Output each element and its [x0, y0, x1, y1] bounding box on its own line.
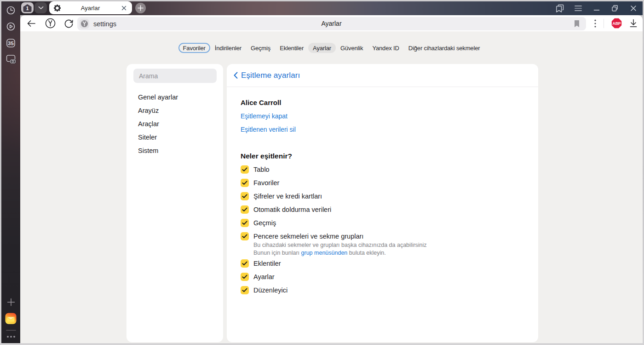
sync-check-description: Bu cihazdaki sekmeler ve grupları başka …	[253, 241, 524, 257]
settings-nav-tab[interactable]: Yandex ID	[368, 43, 403, 53]
side-panel-toggle-button[interactable]	[551, 1, 569, 15]
tab-title: Ayarlar	[61, 5, 120, 12]
checkbox-checked[interactable]	[241, 219, 249, 227]
yandex-search-button[interactable]	[42, 17, 58, 30]
sync-check-item: Şifreler ve kredi kartları	[241, 189, 524, 203]
checkbox-checked[interactable]	[241, 205, 249, 214]
checkmark-icon	[242, 181, 247, 185]
tab-group-control: 1	[21, 2, 47, 13]
sync-check-label: Geçmiş	[253, 219, 276, 227]
sync-check-label: Pencere sekmeleri ve sekme grupları	[253, 233, 363, 240]
checkbox-checked[interactable]	[241, 179, 249, 187]
sync-settings-panel: Eşitleme ayarları Alice Carroll Eşitleme…	[227, 64, 538, 342]
all-tabs-button[interactable]: 35	[4, 35, 18, 50]
collections-bookmarks-icon	[555, 4, 564, 13]
browser-side-rail: 35	[1, 1, 20, 343]
description-line2: Bunun için bunları grup menüsünden bulut…	[253, 249, 524, 257]
tabs-count-icon: 35	[6, 39, 15, 47]
checkmark-icon	[242, 275, 247, 279]
downloads-button[interactable]	[624, 17, 643, 30]
checkbox-checked[interactable]	[241, 192, 249, 200]
sync-check-item: Tablo	[241, 163, 524, 176]
active-tab[interactable]: Ayarlar	[49, 1, 132, 14]
checkbox-checked[interactable]	[241, 273, 249, 281]
sync-checklist: Tablo Favoriler	[241, 163, 524, 297]
settings-menu-item[interactable]: Arayüz	[126, 104, 223, 117]
tab-list-dropdown-button[interactable]	[34, 2, 47, 13]
reload-button[interactable]	[61, 17, 76, 30]
settings-nav-tab[interactable]: Diğer cihazlardaki sekmeler	[404, 43, 485, 53]
sync-check-row: Geçmiş	[241, 216, 524, 229]
settings-nav-tab[interactable]: Eklentiler	[275, 43, 308, 53]
yandex-mail-button[interactable]	[4, 311, 18, 326]
sync-check-item: Eklentiler	[241, 257, 524, 270]
close-window-button[interactable]	[624, 1, 643, 15]
tab-group-counter-button[interactable]: 1	[21, 2, 34, 13]
tab-close-button[interactable]	[120, 4, 127, 12]
reload-icon	[64, 18, 74, 28]
sync-panel-header: Eşitleme ayarları	[227, 64, 538, 87]
add-panel-button[interactable]	[4, 295, 18, 310]
tab-bar: 1	[20, 1, 643, 15]
sync-check-row: Favoriler	[241, 176, 524, 189]
plus-icon	[6, 298, 16, 307]
settings-page-favicon-icon	[82, 21, 87, 26]
checkmark-icon	[242, 207, 247, 212]
checkmark-icon	[242, 234, 247, 239]
address-bar[interactable]: settings	[77, 17, 586, 30]
sync-check-item: Pencere sekmeleri ve sekme grupları Bu c…	[241, 229, 524, 257]
minimize-button[interactable]	[587, 1, 606, 15]
group-menu-link[interactable]: grup menüsünden	[301, 250, 348, 256]
disable-sync-link[interactable]: Eşitlemeyi kapat	[241, 112, 288, 120]
account-name: Alice Carroll	[241, 99, 524, 106]
settings-menu-item[interactable]: Araçlar	[126, 117, 223, 130]
delete-synced-data-link[interactable]: Eşitlenen verileri sil	[241, 126, 296, 133]
settings-nav-tab[interactable]: Geçmiş	[246, 43, 275, 53]
checkbox-checked[interactable]	[241, 259, 249, 268]
yandex-mail-icon	[5, 313, 17, 324]
sync-check-row: Düzenleyici	[241, 283, 524, 297]
adblock-extension-button[interactable]: ABP	[609, 17, 624, 30]
plus-icon	[138, 5, 144, 11]
settings-menu-item[interactable]: Sistem	[126, 144, 223, 157]
settings-nav-tab[interactable]: Favoriler	[178, 43, 210, 53]
vertical-dots-icon	[594, 19, 596, 28]
toolbar-separator	[604, 19, 604, 28]
settings-nav-tab[interactable]: İndirilenler	[210, 43, 246, 53]
description-line1: Bu cihazdaki sekmeler ve grupları başka …	[253, 241, 524, 249]
url-text: settings	[93, 20, 116, 28]
screenshot-button[interactable]	[4, 52, 18, 67]
rail-more-button[interactable]	[4, 333, 18, 340]
new-tab-button[interactable]	[135, 3, 146, 13]
checkbox-checked[interactable]	[241, 286, 249, 294]
settings-nav-tab[interactable]: Güvenlik	[336, 43, 368, 53]
checkmark-icon	[242, 167, 247, 172]
browser-menu-button[interactable]	[569, 1, 587, 15]
history-button[interactable]	[4, 3, 18, 18]
settings-menu-item[interactable]: Genel ayarlar	[126, 90, 223, 104]
sync-check-row: Pencere sekmeleri ve sekme grupları	[241, 229, 524, 243]
svg-text:ABP: ABP	[612, 21, 621, 26]
settings-search-input[interactable]	[133, 69, 217, 83]
extensions-menu-button[interactable]	[589, 17, 601, 30]
restore-button[interactable]	[606, 1, 624, 15]
site-favicon	[80, 19, 89, 29]
bookmark-button[interactable]	[570, 18, 583, 29]
settings-nav-tab[interactable]: Ayarlar	[308, 43, 336, 53]
play-icon	[6, 22, 15, 31]
back-button[interactable]	[23, 17, 39, 30]
settings-menu-item[interactable]: Siteler	[126, 130, 223, 144]
sync-check-label: Favoriler	[253, 179, 279, 187]
sync-panel-title[interactable]: Eşitleme ayarları	[241, 71, 300, 80]
checkmark-icon	[242, 261, 247, 266]
checkbox-checked[interactable]	[241, 165, 249, 174]
sync-items-heading: Neler eşitlenir?	[241, 152, 524, 160]
checkbox-checked[interactable]	[241, 232, 249, 240]
chevron-left-icon	[234, 72, 238, 79]
media-button[interactable]	[4, 19, 18, 34]
back-to-settings-button[interactable]	[233, 72, 238, 79]
close-icon	[121, 6, 126, 11]
close-icon	[630, 5, 637, 12]
download-icon	[629, 19, 638, 28]
back-arrow-icon	[27, 20, 36, 27]
